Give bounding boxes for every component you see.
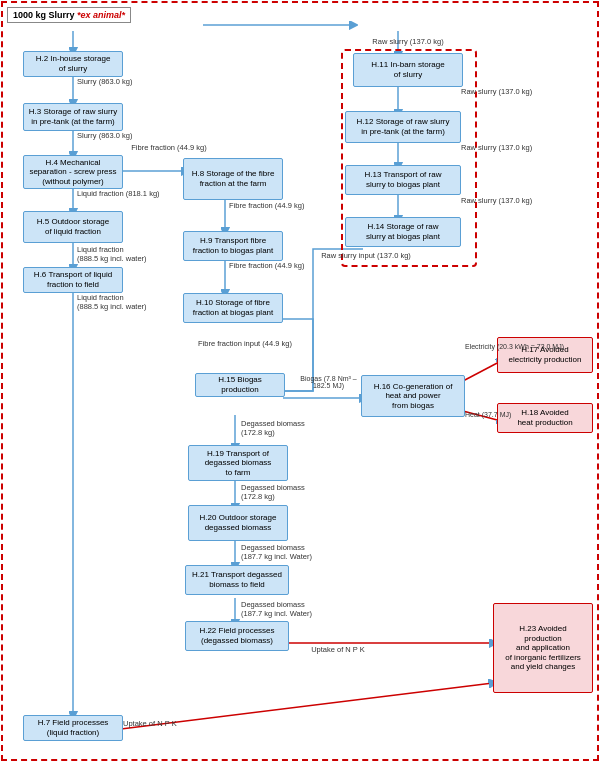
node-h4: H.4 Mechanical separation - screw press …	[23, 155, 123, 189]
flow-h13-h14: Raw slurry (137.0 kg)	[461, 196, 551, 205]
node-h6: H.6 Transport of liquid fraction to fiel…	[23, 267, 123, 293]
flow-h14-h15: Raw slurry input (137.0 kg)	[311, 251, 421, 260]
node-h5: H.5 Outdoor storage of liquid fraction	[23, 211, 123, 243]
flow-h4-h8: Fibre fraction (44.9 kg)	[129, 143, 209, 152]
flow-h15-h16: Biogas (7.8 Nm³ – 182.5 MJ)	[291, 375, 366, 389]
flow-h9-h10: Fibre fraction (44.9 kg)	[229, 261, 319, 270]
node-h10: H.10 Storage of fibre fraction at biogas…	[183, 293, 283, 323]
flow-h12-h13: Raw slurry (137.0 kg)	[461, 143, 551, 152]
main-container: 1000 kg Slurry *ex animal*	[1, 1, 599, 761]
flow-h4-h5: Liquid fraction (818.1 kg)	[77, 189, 167, 198]
flow-top-h11: Raw slurry (137.0 kg)	[353, 37, 463, 46]
node-h19: H.19 Transport of degassed biomass to fa…	[188, 445, 288, 481]
flow-h16-h17: Electricity (20.3 kWh = 73.0 MJ)	[465, 343, 565, 350]
node-h9: H.9 Transport fibre fraction to biogas p…	[183, 231, 283, 261]
top-label: 1000 kg Slurry *ex animal*	[7, 7, 131, 23]
node-h7: H.7 Field processes (liquid fraction)	[23, 715, 123, 741]
node-h21: H.21 Transport degassed biomass to field	[185, 565, 289, 595]
node-h3: H.3 Storage of raw slurry in pre-tank (a…	[23, 103, 123, 131]
node-h20: H.20 Outdoor storage degassed biomass	[188, 505, 288, 541]
flow-h19-h20: Degassed biomass (172.8 kg)	[241, 483, 331, 501]
node-h18: H.18 Avoided heat production	[497, 403, 593, 433]
node-h15: H.15 Biogas production	[195, 373, 285, 397]
node-h12: H.12 Storage of raw slurry in pre-tank (…	[345, 111, 461, 143]
node-h22: H.22 Field processes (degassed biomass)	[185, 621, 289, 651]
node-h16: H.16 Co-generation of heat and power fro…	[361, 375, 465, 417]
flow-h15-h19: Degassed biomass (172.8 kg)	[241, 419, 331, 437]
flow-h20-h21: Degassed biomass (187.7 kg incl. Water)	[241, 543, 351, 561]
node-h23: H.23 Avoided production and application …	[493, 603, 593, 693]
flow-h2-h3: Slurry (863.0 kg)	[77, 77, 157, 86]
flow-h8-h9: Fibre fraction (44.9 kg)	[229, 201, 319, 210]
flow-h5-h6: Liquid fraction (888.5 kg incl. water)	[77, 245, 177, 263]
svg-line-20	[463, 361, 501, 381]
node-h13: H.13 Transport of raw slurry to biogas p…	[345, 165, 461, 195]
flow-h10-h15: Fibre fraction input (44.9 kg)	[195, 339, 295, 348]
flow-h3-h4: Slurry (863.0 kg)	[77, 131, 157, 140]
flow-h16-h18: Heat (37.7 MJ)	[465, 411, 545, 418]
flow-h11-h12: Raw slurry (137.0 kg)	[461, 87, 551, 96]
node-h11: H.11 In-barn storage of slurry	[353, 53, 463, 87]
flow-h7-h23: Uptake of N P K	[123, 719, 203, 728]
flow-h6-h7: Liquid fraction (888.5 kg incl. water)	[77, 293, 177, 311]
node-h14: H.14 Storage of raw slurry at biogas pla…	[345, 217, 461, 247]
node-h8: H.8 Storage of the fibre fraction at the…	[183, 158, 283, 200]
node-h2: H.2 In-house storage of slurry	[23, 51, 123, 77]
flow-h21-h22: Degassed biomass (187.7 kg incl. Water)	[241, 600, 351, 618]
flow-h22-h23: Uptake of N P K	[298, 645, 378, 654]
